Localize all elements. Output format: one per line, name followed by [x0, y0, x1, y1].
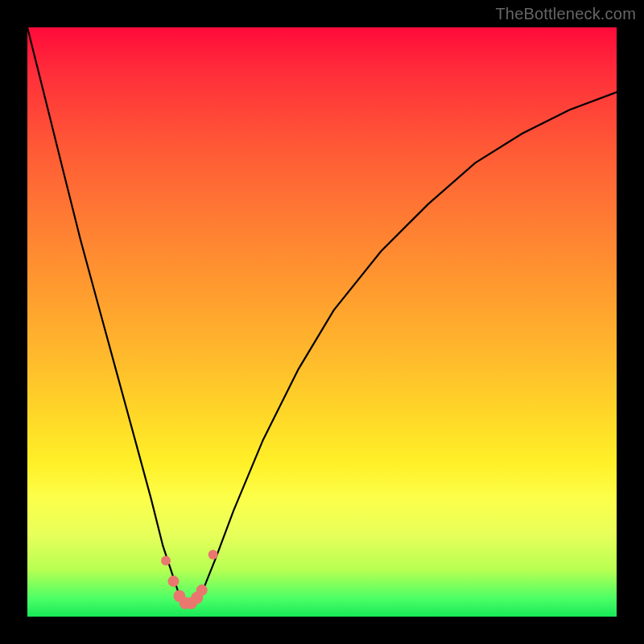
watermark-text: TheBottleneck.com [495, 5, 636, 23]
marker-dot [196, 584, 208, 596]
marker-dot [208, 550, 218, 559]
bottleneck-curve [27, 27, 617, 605]
marker-dot [161, 556, 171, 566]
plot-area [27, 27, 617, 617]
chart-frame: TheBottleneck.com [0, 0, 644, 644]
marker-dot [168, 576, 180, 587]
chart-svg [27, 27, 617, 617]
bottom-cluster-markers [161, 550, 218, 609]
